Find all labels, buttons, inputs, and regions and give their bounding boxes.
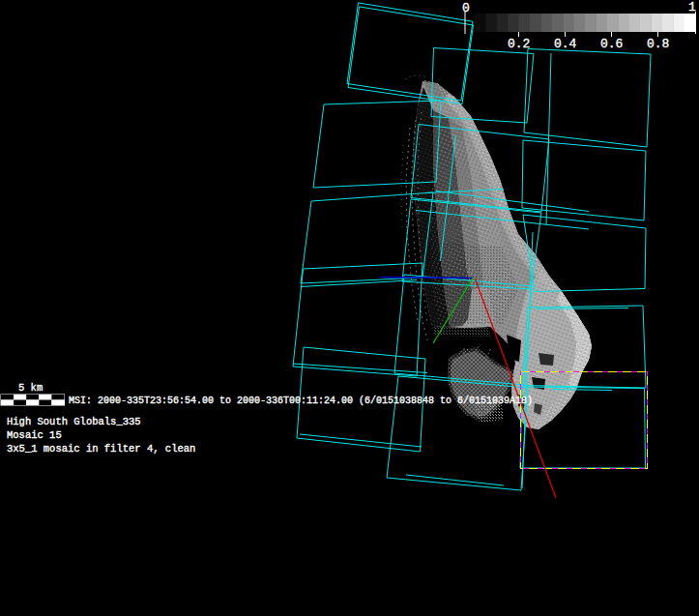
svg-text:0: 0 [462, 1, 470, 15]
svg-text:3x5_1 mosaic in filter 4, clea: 3x5_1 mosaic in filter 4, clean [7, 443, 195, 455]
svg-text:1: 1 [688, 0, 696, 15]
svg-text:0.6: 0.6 [600, 37, 623, 51]
svg-text:0.2: 0.2 [508, 37, 530, 51]
svg-text:5 km: 5 km [18, 382, 43, 394]
svg-text:Mosaic 15: Mosaic 15 [7, 429, 62, 441]
svg-text:0.4: 0.4 [554, 37, 577, 51]
svg-text:0.8: 0.8 [647, 37, 669, 51]
svg-text:High South Globals_335: High South Globals_335 [7, 416, 141, 427]
svg-text:MSI: 2000-335T23:56:54.00 to: MSI: 2000-335T23:56:54.00 to 2000-336T00… [69, 396, 533, 406]
